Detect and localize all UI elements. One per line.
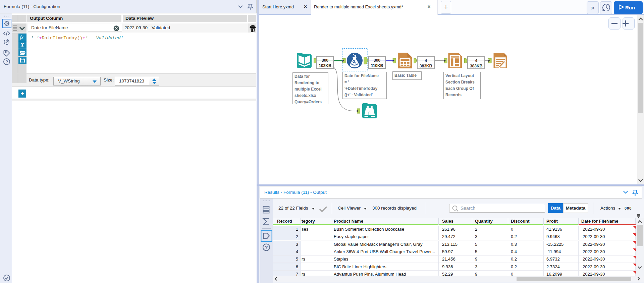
svg-text:fx: fx	[20, 35, 24, 40]
svg-text:X: X	[20, 42, 24, 48]
